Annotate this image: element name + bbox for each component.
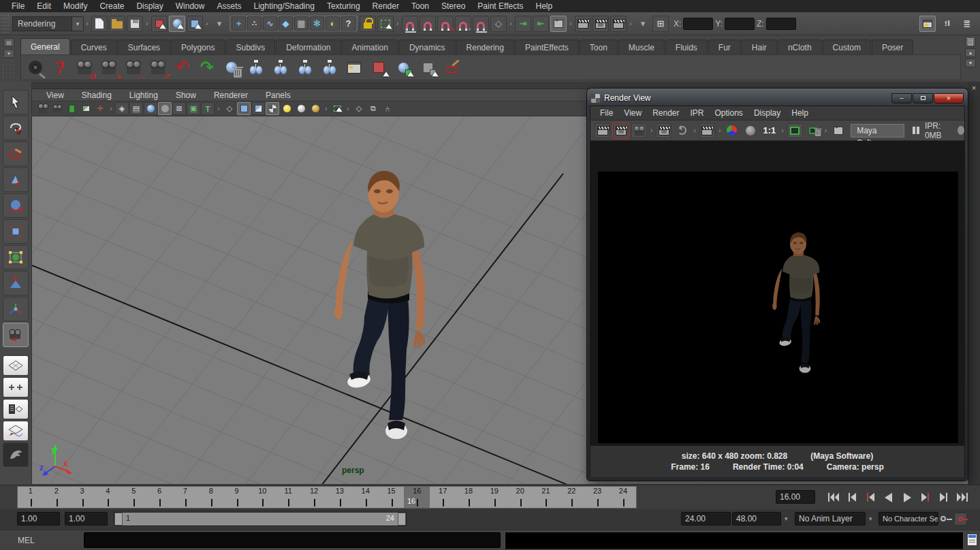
move-tool-button[interactable] — [3, 167, 29, 192]
select-hierarchy-shelf-button[interactable] — [367, 56, 390, 79]
shelf-tab[interactable]: PaintEffects — [515, 39, 579, 54]
section-collapser[interactable]: › — [323, 101, 330, 116]
section-collapser[interactable]: › — [144, 16, 151, 31]
camera-track-button[interactable]: + — [97, 56, 121, 79]
construction-history-button[interactable] — [550, 16, 567, 32]
rgb-channels-button[interactable]: ▣ — [187, 102, 200, 115]
select-object-shelf-button[interactable] — [392, 56, 415, 79]
field-chart-button[interactable] — [158, 102, 172, 115]
show-tool-settings-button[interactable]: ⁝Ⅰ — [939, 16, 955, 32]
rendered-image[interactable] — [598, 172, 958, 443]
output-connections-button[interactable]: ⇤ — [533, 16, 549, 32]
select-hierarchy-mode-button[interactable] — [151, 16, 168, 32]
bookmark-button[interactable] — [65, 102, 78, 115]
frame-cell[interactable]: 9 — [224, 487, 250, 508]
share-view-button[interactable]: ⑃ — [381, 102, 394, 115]
highlight-selection-button[interactable] — [377, 16, 394, 32]
range-start-handle[interactable] — [114, 513, 123, 525]
show-manipulator-button[interactable] — [3, 297, 29, 321]
viewport-menu-item[interactable]: Renderer — [205, 91, 257, 100]
viewport-menu-item[interactable]: Panels — [257, 91, 300, 100]
frame-cell[interactable]: 14 — [353, 487, 379, 508]
gate-mask-button[interactable] — [144, 102, 157, 115]
viewport-menu-item[interactable]: Show — [167, 91, 205, 100]
camera-dolly-button[interactable]: → — [122, 56, 145, 79]
menu-item[interactable]: Display — [130, 0, 169, 12]
show-attribute-editor-button[interactable] — [919, 16, 936, 32]
coord-entry-dropdown[interactable]: ▾ — [635, 16, 651, 32]
frame-cell[interactable]: 19 — [481, 487, 507, 508]
single-pane-layout-button[interactable] — [3, 355, 29, 376]
command-input[interactable] — [84, 532, 501, 548]
keep-image-button[interactable] — [787, 123, 803, 138]
pause-ipr-button[interactable] — [913, 127, 919, 134]
shelf-tab[interactable]: Poser — [872, 39, 913, 54]
camera-tumble-button[interactable]: ↺ — [73, 56, 96, 79]
section-collapser[interactable]: › — [627, 16, 634, 31]
frame-cell[interactable]: 22 — [558, 487, 584, 508]
menu-item[interactable]: Render — [366, 0, 405, 12]
step-forward-frame-button[interactable] — [936, 489, 952, 506]
mask-deformations-button[interactable]: ▦ — [294, 16, 309, 31]
wireframe-mode-button[interactable]: ◇ — [223, 102, 236, 115]
current-time-field[interactable]: 16.00 — [776, 490, 815, 504]
select-component-mode-button[interactable] — [187, 16, 203, 32]
render-view-window[interactable]: Render View – × FileViewRenderIPROptions… — [587, 88, 968, 481]
ik-spline-button[interactable] — [294, 56, 317, 79]
shelf-tab[interactable]: Fluids — [665, 39, 708, 54]
mask-points-button[interactable]: ∴ — [247, 16, 262, 31]
render-view-title-bar[interactable]: Render View – × — [590, 91, 965, 106]
default-light-button[interactable] — [280, 102, 294, 115]
shelf-tab[interactable]: nCloth — [778, 39, 822, 54]
script-editor-icon[interactable] — [967, 534, 977, 546]
close-icon[interactable]: × — [972, 84, 976, 92]
render-view-menu-item[interactable]: Render — [647, 108, 684, 118]
frame-cell[interactable]: 15 — [379, 487, 405, 508]
ipr-render-button[interactable] — [592, 16, 609, 32]
play-backwards-button[interactable] — [881, 489, 897, 506]
image-plane-button[interactable] — [79, 102, 93, 115]
snap-projected-center-button[interactable]: ◦ — [455, 16, 471, 32]
shelf-tab[interactable]: Muscle — [618, 39, 665, 54]
shelf-tab[interactable]: Subdivs — [225, 39, 275, 54]
section-collapser[interactable]: › — [108, 101, 114, 116]
command-results-field[interactable] — [505, 532, 964, 549]
joint-tool-button[interactable] — [244, 56, 268, 79]
redo-view-button[interactable]: ↷ — [195, 56, 219, 79]
viewport-menu-item[interactable]: View — [37, 91, 73, 100]
shelf-tab[interactable]: Toon — [580, 39, 618, 54]
redo-previous-render-button[interactable] — [595, 123, 610, 138]
frame-cell[interactable]: 8 — [198, 487, 224, 508]
viewport-menu-item[interactable]: Shading — [73, 91, 121, 100]
range-slider[interactable]: 1 24 — [114, 512, 407, 526]
mask-rendering-button[interactable]: ◐ — [326, 16, 340, 31]
animation-end-field[interactable]: 48.00 — [732, 512, 781, 525]
render-settings-button[interactable] — [610, 16, 627, 32]
paint-effects-panel-button[interactable] — [3, 442, 29, 467]
snap-curve-button[interactable] — [420, 16, 436, 32]
maximize-button[interactable] — [913, 93, 933, 103]
render-current-frame-button[interactable] — [575, 16, 591, 32]
make-live-button[interactable]: ◇ — [490, 16, 507, 32]
absolute-relative-toggle[interactable]: ⊞ — [652, 16, 669, 32]
frame-cell[interactable]: 3 — [69, 487, 95, 508]
input-connections-button[interactable]: ⇥ — [515, 16, 531, 32]
frame-cell[interactable]: 2 — [44, 487, 69, 508]
menu-item[interactable]: Modify — [57, 0, 93, 12]
safe-title-button[interactable]: T — [201, 102, 215, 115]
section-collapser[interactable]: › — [204, 16, 210, 31]
last-tool-used-button[interactable] — [3, 323, 29, 347]
frame-ruler[interactable]: 1 2 3 4 5 — [17, 486, 637, 508]
render-view-menu-item[interactable]: View — [618, 108, 647, 118]
shelf-tab[interactable]: Surfaces — [118, 39, 170, 54]
frame-cell[interactable]: 4 — [95, 487, 121, 508]
frame-cell[interactable]: 24 — [610, 487, 636, 508]
chevron-down-icon[interactable]: ▾ — [72, 16, 84, 31]
duplicate-view-button[interactable]: ⧉ — [366, 102, 380, 115]
drag-handle[interactable] — [1, 14, 10, 33]
insert-joint-button[interactable] — [318, 56, 341, 79]
new-scene-button[interactable] — [91, 16, 108, 32]
menu-item[interactable]: Help — [530, 0, 559, 12]
menu-item[interactable]: Assets — [210, 0, 247, 12]
render-view-menu-item[interactable]: Help — [786, 108, 814, 118]
